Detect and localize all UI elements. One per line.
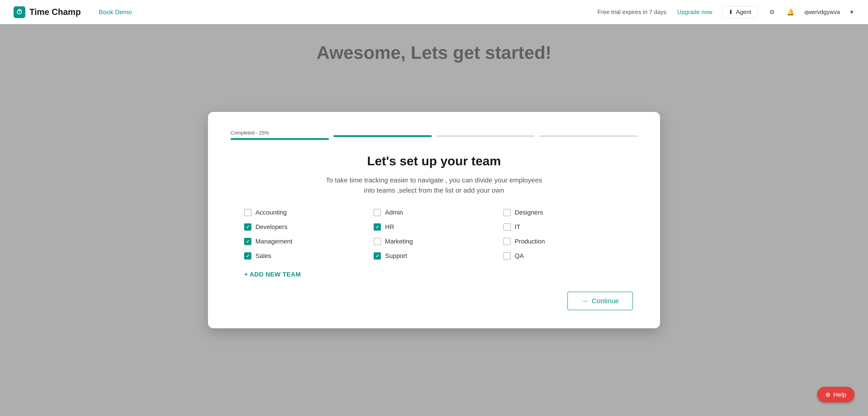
team-checkbox-qa[interactable]	[503, 252, 510, 260]
team-label-designers: Designers	[515, 209, 543, 216]
team-item-sales[interactable]: Sales	[244, 252, 365, 260]
team-label-accounting: Accounting	[255, 209, 287, 216]
team-item-marketing[interactable]: Marketing	[374, 238, 494, 245]
add-new-team-button[interactable]: + ADD NEW TEAM	[244, 271, 301, 278]
navbar: ⏱ Time Champ Book Demo Free trial expire…	[0, 0, 868, 24]
team-checkbox-production[interactable]	[503, 238, 510, 245]
team-checkbox-hr[interactable]	[374, 224, 381, 231]
team-label-production: Production	[515, 238, 545, 245]
user-name[interactable]: qwervdgywva	[804, 8, 840, 16]
help-button[interactable]: ⊕ Help	[817, 387, 855, 403]
team-item-accounting[interactable]: Accounting	[244, 209, 365, 216]
progress-step-2	[333, 133, 432, 137]
logo-icon: ⏱	[13, 6, 25, 18]
continue-button[interactable]: → Continue	[567, 292, 633, 310]
agent-download-icon: ⬇	[728, 8, 733, 16]
team-label-developers: Developers	[255, 224, 287, 231]
team-label-admin: Admin	[385, 209, 403, 216]
progress-steps: Completed - 25%	[230, 130, 638, 140]
team-item-support[interactable]: Support	[374, 252, 494, 260]
team-checkbox-sales[interactable]	[244, 252, 251, 260]
setup-modal: Completed - 25% Let's set up your team T…	[208, 112, 660, 328]
modal-overlay: Completed - 25% Let's set up your team T…	[0, 24, 868, 416]
continue-area: → Continue	[230, 292, 638, 310]
help-icon: ⊕	[825, 391, 831, 398]
team-item-it[interactable]: IT	[503, 224, 624, 231]
team-item-developers[interactable]: Developers	[244, 224, 365, 231]
team-label-management: Management	[255, 238, 292, 245]
team-item-designers[interactable]: Designers	[503, 209, 624, 216]
progress-bar-3	[436, 135, 535, 137]
progress-bar-4	[539, 135, 638, 137]
team-item-production[interactable]: Production	[503, 238, 624, 245]
team-checkbox-accounting[interactable]	[244, 209, 251, 216]
progress-step-1-label: Completed - 25%	[230, 130, 269, 136]
agent-button[interactable]: ⬇ Agent	[721, 6, 758, 18]
team-label-hr: HR	[385, 224, 394, 231]
progress-bar-2	[333, 135, 432, 137]
team-checkbox-it[interactable]	[503, 224, 510, 231]
modal-title: Let's set up your team	[230, 153, 638, 168]
team-label-marketing: Marketing	[385, 238, 413, 245]
team-item-qa[interactable]: QA	[503, 252, 624, 260]
team-checkbox-admin[interactable]	[374, 209, 381, 216]
team-checkbox-designers[interactable]	[503, 209, 510, 216]
progress-step-3	[436, 133, 535, 137]
team-label-support: Support	[385, 252, 407, 260]
upgrade-link[interactable]: Upgrade now	[677, 8, 712, 16]
team-item-hr[interactable]: HR	[374, 224, 494, 231]
progress-bar-1	[230, 138, 329, 140]
notifications-icon[interactable]: 🔔	[786, 7, 796, 17]
teams-grid: AccountingAdminDesignersDevelopersHRITMa…	[230, 209, 638, 260]
team-label-sales: Sales	[255, 252, 271, 260]
agent-label: Agent	[736, 8, 751, 16]
continue-arrow-icon: →	[581, 297, 588, 305]
team-checkbox-support[interactable]	[374, 252, 381, 260]
continue-label: Continue	[592, 297, 619, 305]
navbar-right: Free trial expires in 7 days Upgrade now…	[597, 6, 855, 18]
team-label-qa: QA	[515, 252, 524, 260]
team-item-management[interactable]: Management	[244, 238, 365, 245]
app-title: Time Champ	[29, 7, 81, 17]
team-item-admin[interactable]: Admin	[374, 209, 494, 216]
modal-subtitle: To take time tracking easier to navigate…	[230, 175, 638, 195]
progress-step-4	[539, 133, 638, 137]
help-label: Help	[833, 391, 846, 398]
team-checkbox-developers[interactable]	[244, 224, 251, 231]
book-demo-link[interactable]: Book Demo	[99, 8, 132, 16]
settings-icon[interactable]: ⚙	[767, 7, 777, 17]
trial-message: Free trial expires in 7 days	[597, 8, 666, 16]
logo-area: ⏱ Time Champ	[13, 6, 81, 18]
team-checkbox-marketing[interactable]	[374, 238, 381, 245]
team-checkbox-management[interactable]	[244, 238, 251, 245]
progress-step-1: Completed - 25%	[230, 130, 329, 140]
team-label-it: IT	[515, 224, 520, 231]
user-dropdown-icon[interactable]: ▼	[849, 9, 855, 16]
